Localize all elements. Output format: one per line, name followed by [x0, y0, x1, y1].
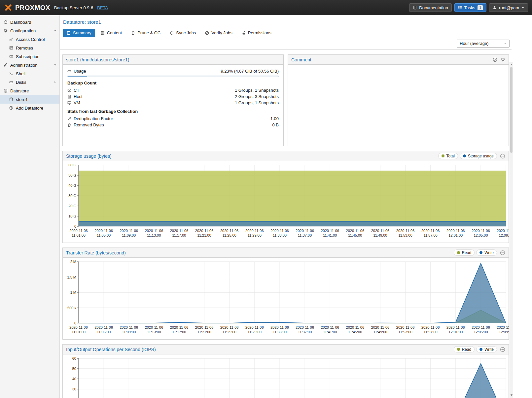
svg-text:2020-11-06: 2020-11-06 — [446, 229, 465, 233]
svg-text:11:29:00: 11:29:00 — [248, 233, 262, 237]
collapse-chart-icon[interactable] — [500, 347, 505, 352]
documentation-button[interactable]: Documentation — [409, 3, 451, 12]
sidebar-item-access-control[interactable]: Access Control — [0, 35, 59, 44]
svg-text:0: 0 — [74, 224, 76, 228]
svg-text:2020-11-06: 2020-11-06 — [321, 325, 339, 329]
user-menu-button[interactable]: root@pam — [489, 3, 528, 12]
svg-text:2020-11-06: 2020-11-06 — [145, 229, 163, 233]
tab-sync-jobs[interactable]: Sync Jobs — [166, 29, 199, 37]
chevron-down-icon — [53, 29, 57, 32]
hdd-icon — [9, 80, 13, 84]
key-icon — [9, 37, 13, 41]
content-area: store1 (/mnt/datastores/store1) Usage 9.… — [62, 50, 509, 398]
hdd-icon — [67, 69, 71, 73]
host-row: Host 2 Groups, 3 Snapshots — [67, 93, 279, 100]
legend-dot — [457, 348, 460, 351]
wrench-icon — [4, 63, 8, 67]
ct-row: CT 1 Groups, 1 Snapshots — [67, 87, 279, 93]
scrollbar-thumb[interactable] — [510, 67, 513, 153]
dedup-label: Deduplication Factor — [74, 116, 113, 121]
tab-label: Sync Jobs — [176, 30, 196, 35]
svg-text:11:45:00: 11:45:00 — [348, 233, 362, 237]
legend-label: Read — [462, 250, 472, 255]
svg-text:2020-11-06: 2020-11-06 — [321, 229, 339, 233]
svg-text:11:37:00: 11:37:00 — [298, 330, 312, 334]
panel-title: Storage usage (bytes) — [66, 153, 112, 159]
usage-progress-fill — [68, 76, 87, 77]
comment-body[interactable] — [288, 65, 509, 146]
sidebar-item-subscription[interactable]: Subscription — [0, 52, 59, 61]
check-circle-icon — [205, 31, 209, 35]
sidebar-item-label: Administration — [10, 63, 37, 68]
usage-progress-bar — [67, 76, 279, 77]
usage-label: Usage — [74, 69, 86, 74]
tasks-label: Tasks — [464, 5, 475, 10]
legend-write[interactable]: Write — [476, 249, 497, 256]
svg-text:11:21:00: 11:21:00 — [197, 233, 211, 237]
tasks-button[interactable]: Tasks 1 — [454, 3, 486, 12]
collapse-chart-icon[interactable] — [500, 250, 505, 255]
tab-permissions[interactable]: Permissions — [238, 29, 275, 37]
sidebar-item-administration[interactable]: Administration — [0, 61, 59, 69]
sidebar-item-configuration[interactable]: Configuration — [0, 26, 59, 35]
tab-summary[interactable]: Summary — [63, 29, 95, 37]
svg-text:11:17:00: 11:17:00 — [172, 330, 186, 334]
tab-prune-gc[interactable]: Prune & GC — [127, 29, 164, 37]
clear-comment-icon[interactable] — [493, 57, 497, 62]
tab-label: Content — [107, 30, 122, 35]
unlock-icon — [242, 31, 246, 35]
legend-write[interactable]: Write — [476, 346, 497, 352]
legend-total[interactable]: Total — [438, 153, 458, 159]
svg-text:2020-11-06: 2020-11-06 — [346, 325, 364, 329]
book-icon — [413, 6, 417, 10]
collapse-chart-icon[interactable] — [500, 153, 505, 159]
sidebar-item-label: Shell — [16, 71, 25, 76]
compress-icon — [67, 117, 71, 121]
chevron-down-icon — [53, 63, 57, 67]
scroll-down-arrow[interactable] — [510, 393, 513, 397]
svg-text:2020-11-06: 2020-11-06 — [195, 325, 213, 329]
panel-title: Input/Output Operations per Second (IOPS… — [66, 347, 156, 352]
svg-text:2020-11-06: 2020-11-06 — [371, 325, 389, 329]
legend-read[interactable]: Read — [454, 346, 475, 352]
scroll-up-arrow[interactable] — [510, 62, 513, 66]
sidebar-item-store1[interactable]: store1 — [0, 95, 59, 104]
svg-text:2020-11-06: 2020-11-06 — [69, 325, 88, 329]
svg-text:2020-11-06: 2020-11-06 — [270, 229, 289, 233]
legend-dot — [479, 251, 482, 254]
tab-verify-jobs[interactable]: Verify Jobs — [201, 29, 236, 37]
terminal-icon — [9, 72, 13, 76]
proxmox-logo-icon — [4, 3, 13, 12]
svg-text:0: 0 — [74, 321, 76, 325]
sidebar-item-datastore[interactable]: Datastore — [0, 86, 59, 95]
sidebar-item-label: Remotes — [16, 46, 33, 50]
sidebar-item-dashboard[interactable]: Dashboard — [0, 18, 59, 26]
beta-link[interactable]: BETA — [97, 5, 108, 10]
usage-row: Usage 9.23% (4.67 GiB of 50.56 GiB) — [67, 68, 279, 74]
sidebar-item-add-datastore[interactable]: Add Datastore — [0, 104, 59, 112]
legend-label: Storage usage — [468, 154, 494, 158]
svg-text:11:45:00: 11:45:00 — [348, 330, 362, 334]
svg-text:1 M: 1 M — [70, 290, 76, 294]
svg-text:2020-11-06: 2020-11-06 — [421, 325, 440, 329]
svg-text:11:41:00: 11:41:00 — [323, 233, 337, 237]
legend-storage-usage[interactable]: Storage usage — [460, 153, 497, 159]
comment-panel: Comment — [288, 54, 509, 146]
svg-text:2020-11-06: 2020-11-06 — [69, 229, 88, 233]
gear-icon[interactable] — [501, 57, 505, 62]
vm-value: 1 Groups, 1 Snapshots — [235, 100, 279, 105]
vertical-scrollbar[interactable] — [510, 62, 513, 398]
legend-read[interactable]: Read — [454, 249, 475, 256]
gc-stats-heading: Stats from last Garbage Collection — [67, 109, 279, 114]
svg-text:40 G: 40 G — [68, 183, 76, 187]
tab-content[interactable]: Content — [97, 29, 126, 37]
svg-text:30 G: 30 G — [68, 194, 76, 198]
panel-title: Transfer Rate (bytes/second) — [66, 250, 126, 255]
timeframe-select[interactable]: Hour (average) — [457, 40, 510, 48]
top-bar: PROXMOX Backup Server 0.9-6 BETA Documen… — [0, 0, 532, 15]
sidebar-item-remotes[interactable]: Remotes — [0, 44, 59, 52]
svg-text:2020-11-06: 2020-11-06 — [245, 229, 264, 233]
sidebar-item-shell[interactable]: Shell — [0, 69, 59, 78]
sidebar-item-label: Add Datastore — [16, 106, 43, 111]
sidebar-item-disks[interactable]: Disks — [0, 78, 59, 86]
